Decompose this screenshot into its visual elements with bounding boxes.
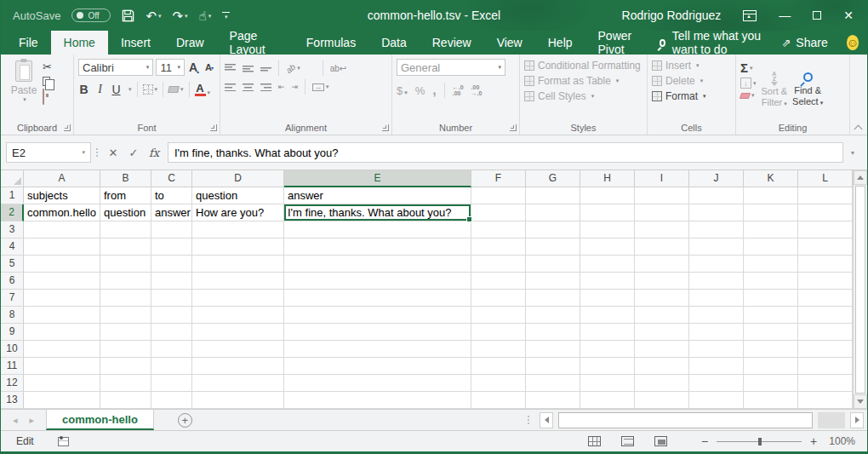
zoom-slider-thumb[interactable] [758,438,762,445]
tell-me-search[interactable]: Tell me what you want to do [660,29,763,56]
autosum-button[interactable]: Σ▾ [740,61,757,74]
feedback-smiley-icon[interactable]: ☺ [847,35,859,50]
cell-C12[interactable] [151,375,192,392]
italic-button[interactable]: I [94,83,106,96]
column-header-C[interactable]: C [151,170,192,187]
close-button[interactable]: ✕ [843,9,854,21]
cell-D2[interactable]: How are you? [192,204,284,221]
cell-L12[interactable] [798,375,853,392]
cell-C13[interactable] [151,392,192,409]
cell-D1[interactable]: question [192,187,284,204]
cell-G7[interactable] [526,290,580,307]
accounting-format-button[interactable]: $▾ [397,84,408,97]
cell-G3[interactable] [526,221,580,238]
cell-E11[interactable] [284,358,471,375]
cell-L7[interactable] [798,290,853,307]
cell-J8[interactable] [689,307,744,324]
cell-K9[interactable] [744,324,798,341]
cell-I5[interactable] [635,256,689,273]
cell-F6[interactable] [471,273,526,290]
cell-G5[interactable] [526,256,580,273]
cell-D10[interactable] [192,341,284,358]
cell-E10[interactable] [284,341,471,358]
cell-B12[interactable] [100,375,151,392]
cell-J10[interactable] [689,341,744,358]
cell-C9[interactable] [151,324,192,341]
percent-style-button[interactable]: % [415,84,425,97]
copy-button[interactable]: ▾ [43,77,55,86]
alignment-dialog-launcher-icon[interactable] [382,124,389,131]
cell-L3[interactable] [798,221,853,238]
insert-function-button[interactable]: fx [144,147,164,159]
cell-B7[interactable] [100,290,151,307]
touch-mouse-mode-button[interactable]: ☝ ▾ [199,9,212,22]
cell-B10[interactable] [100,341,151,358]
cell-K3[interactable] [744,221,798,238]
comma-style-button[interactable]: , [432,83,436,98]
tab-split-handle[interactable] [523,416,534,424]
tab-data[interactable]: Data [368,31,420,55]
cell-J5[interactable] [689,256,744,273]
clear-button[interactable]: ▾ [740,92,757,99]
row-header-1[interactable]: 1 [1,187,24,204]
horizontal-scroll-thumb[interactable] [558,412,813,428]
cell-I9[interactable] [635,324,689,341]
cell-C7[interactable] [151,290,192,307]
row-header-6[interactable]: 6 [1,273,24,290]
cell-C8[interactable] [151,307,192,324]
cell-J12[interactable] [689,375,744,392]
cell-I10[interactable] [635,341,689,358]
column-header-D[interactable]: D [192,170,284,187]
previous-sheet-button[interactable]: ◂ [13,415,18,426]
user-account[interactable]: Rodrigo Rodriguez [622,9,722,22]
top-align-button[interactable] [225,64,236,72]
cell-B9[interactable] [100,324,151,341]
column-header-B[interactable]: B [100,170,151,187]
next-sheet-button[interactable]: ▸ [30,415,35,426]
cell-D13[interactable] [192,392,284,409]
redo-button[interactable]: ↷ ▾ [172,9,187,22]
tab-draw[interactable]: Draw [163,31,217,55]
page-break-preview-button[interactable] [654,436,667,446]
number-format-dropdown[interactable]: ▾ [498,64,501,71]
cell-I4[interactable] [635,238,689,256]
row-header-5[interactable]: 5 [1,256,24,273]
cell-I1[interactable] [635,187,689,204]
cell-E9[interactable] [284,324,471,341]
column-header-F[interactable]: F [471,170,526,187]
cell-H7[interactable] [580,290,635,307]
sort-filter-button[interactable]: AZ Sort & Filter▾ [762,59,788,121]
increase-font-size-button[interactable]: A▴ [187,60,201,75]
tab-help[interactable]: Help [535,31,585,55]
column-header-A[interactable]: A [24,170,100,187]
cell-A5[interactable] [24,256,100,273]
minimize-button[interactable]: — [779,9,791,21]
cut-button[interactable]: ✂ [43,61,55,73]
name-box[interactable]: E2 ▾ [6,142,91,163]
normal-view-button[interactable] [588,436,601,446]
cell-D5[interactable] [192,256,284,273]
cell-J13[interactable] [689,392,744,409]
horizontal-scrollbar[interactable] [523,410,867,430]
find-select-button[interactable]: Find & Select▾ [792,59,823,121]
cell-G6[interactable] [526,273,580,290]
cell-B13[interactable] [100,392,151,409]
cell-A9[interactable] [24,324,100,341]
cell-B5[interactable] [100,256,151,273]
tab-home[interactable]: Home [51,31,108,55]
cell-G2[interactable] [526,204,580,221]
horizontal-scroll-track[interactable] [818,412,845,428]
sheet-tab-common-hello[interactable]: common-hello [46,410,154,430]
scroll-right-button[interactable] [850,412,864,428]
row-header-9[interactable]: 9 [1,324,24,341]
align-left-button[interactable] [225,83,236,91]
orientation-button[interactable]: ab▾ [286,64,300,73]
cell-F13[interactable] [471,392,526,409]
decrease-indent-button[interactable]: ⇤ [278,83,285,91]
cell-H13[interactable] [580,392,635,409]
column-header-L[interactable]: L [798,170,853,187]
cell-L4[interactable] [798,238,853,256]
column-header-J[interactable]: J [689,170,744,187]
fill-color-button[interactable]: ▾ [168,86,184,93]
cancel-entry-button[interactable]: ✕ [103,147,123,159]
